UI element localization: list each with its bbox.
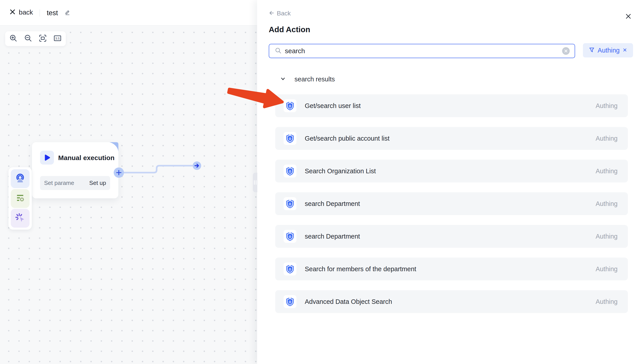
- remove-filter-icon[interactable]: [622, 48, 627, 53]
- workflow-header: back test: [0, 0, 257, 26]
- manual-execution-node[interactable]: Manual execution Set parame Set up: [32, 142, 118, 198]
- action-list-item[interactable]: Advanced Data Object Search Authing: [275, 290, 628, 313]
- action-item-provider: Authing: [596, 200, 617, 208]
- action-item-provider: Authing: [596, 102, 617, 110]
- add-action-panel: Back Add Action A: [257, 0, 644, 364]
- arrow-left-icon: [269, 10, 274, 17]
- pencil-icon: [65, 12, 71, 16]
- action-item-label: Search Organization List: [305, 168, 596, 175]
- action-search-field[interactable]: [269, 44, 575, 58]
- panel-close-button[interactable]: [624, 12, 632, 21]
- filter-funnel-icon: [589, 47, 595, 54]
- panel-back-button[interactable]: Back: [269, 10, 291, 17]
- action-item-provider: Authing: [596, 298, 617, 306]
- action-list: Get/search user list Authing Get/search …: [275, 94, 628, 313]
- action-item-provider: Authing: [596, 266, 617, 273]
- canvas-zoom-toolbar: 1:1: [5, 31, 66, 46]
- action-item-provider: Authing: [596, 233, 617, 240]
- search-results-section-toggle[interactable]: search results: [280, 76, 335, 83]
- node-setup-button[interactable]: Set up: [89, 180, 106, 186]
- back-label: back: [19, 8, 33, 16]
- action-list-item[interactable]: Search Organization List Authing: [275, 160, 628, 182]
- click-trigger-node-button[interactable]: [11, 209, 30, 228]
- authing-shield-icon: [283, 164, 296, 178]
- trigger-node-button[interactable]: [11, 169, 30, 188]
- action-node-button[interactable]: [11, 189, 30, 208]
- action-item-provider: Authing: [596, 168, 617, 175]
- section-label: search results: [294, 76, 335, 83]
- action-item-provider: Authing: [596, 135, 617, 142]
- search-input[interactable]: [285, 47, 559, 55]
- node-param-label: Set parame: [44, 180, 74, 186]
- close-icon: [10, 9, 16, 16]
- workflow-editor: back test: [0, 0, 644, 364]
- action-item-label: Search for members of the department: [305, 266, 596, 273]
- filter-chip-label: Authing: [598, 47, 620, 54]
- authing-shield-icon: [283, 230, 296, 243]
- zoom-in-icon: [9, 34, 18, 44]
- flow-canvas[interactable]: 1:1 Manual execution: [0, 26, 257, 364]
- edit-title-button[interactable]: [65, 10, 71, 16]
- authing-shield-icon: [283, 132, 296, 145]
- node-type-rail: [9, 167, 32, 230]
- zoom-in-button[interactable]: [9, 34, 18, 43]
- fit-view-icon: [39, 34, 47, 44]
- header-divider: [40, 10, 40, 16]
- action-item-label: Advanced Data Object Search: [305, 298, 596, 306]
- zoom-out-button[interactable]: [24, 34, 33, 43]
- exit-workflow-button[interactable]: back: [10, 8, 33, 16]
- zoom-out-icon: [24, 34, 33, 44]
- action-list-item[interactable]: Search for members of the department Aut…: [275, 258, 628, 280]
- action-item-label: search Department: [305, 200, 596, 208]
- action-list-item[interactable]: Get/search user list Authing: [275, 94, 628, 117]
- actual-size-icon: 1:1: [53, 34, 62, 44]
- authing-shield-icon: [283, 197, 296, 210]
- node-footer-bar: Set parame Set up: [40, 176, 110, 190]
- add-node-button[interactable]: [114, 168, 124, 178]
- authing-shield-icon: [283, 99, 296, 112]
- svg-text:1:1: 1:1: [56, 37, 60, 40]
- edge-arrow-handle[interactable]: [193, 162, 201, 170]
- action-list-item[interactable]: Get/search public account list Authing: [275, 127, 628, 150]
- action-list-item[interactable]: search Department Authing: [275, 192, 628, 215]
- actual-size-button[interactable]: 1:1: [53, 34, 62, 43]
- action-list-gear-icon: [15, 193, 25, 204]
- clear-search-button[interactable]: [562, 47, 570, 55]
- canvas-column: back test: [0, 0, 257, 364]
- authing-filter-chip[interactable]: Authing: [583, 43, 633, 58]
- trigger-broadcast-icon: [15, 173, 25, 184]
- authing-shield-icon: [283, 295, 296, 308]
- authing-shield-icon: [283, 262, 296, 276]
- action-list-item[interactable]: search Department Authing: [275, 225, 628, 248]
- panel-title: Add Action: [269, 25, 310, 34]
- action-item-label: search Department: [305, 233, 596, 240]
- chevron-down-icon: [280, 76, 285, 82]
- node-title: Manual execution: [58, 154, 115, 162]
- action-item-label: Get/search user list: [305, 102, 596, 110]
- action-item-label: Get/search public account list: [305, 135, 596, 142]
- play-icon: [40, 151, 54, 164]
- workflow-title: test: [47, 9, 58, 17]
- close-icon: [625, 13, 632, 21]
- node-corner-fold: [108, 142, 118, 152]
- fit-view-button[interactable]: [38, 34, 47, 43]
- panel-back-label: Back: [277, 10, 291, 17]
- panel-collapse-handle[interactable]: [253, 172, 257, 192]
- click-trigger-icon: [15, 213, 25, 224]
- search-icon: [274, 47, 282, 55]
